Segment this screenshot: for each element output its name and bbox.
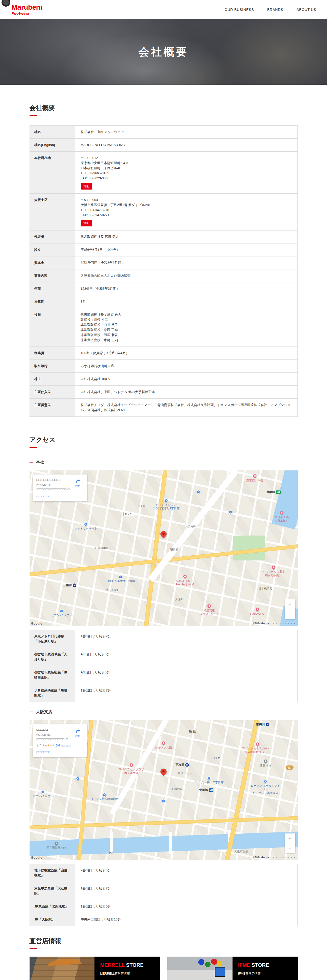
google-map-honsha[interactable]: 東京東日本橋馬喰町JRセブン-イレブン 千代田岩本町2丁目店2丁目アパホテル 〈… [30,471,298,625]
reviews-count-link[interactable]: 397 □□□□□□ [56,744,71,747]
map-label-text: HAMACHO [250,612,264,615]
table-row-label: 大阪支店 [30,194,75,230]
map-label-poi-pin[interactable] [162,799,166,803]
hotel-pin-icon [255,741,260,746]
m-line-badge: M [73,584,77,587]
map-label-poi[interactable]: セブン-イレブン [32,790,53,798]
map-label-poi-pin[interactable] [229,510,233,514]
map-card-title: □□□□□ [37,728,72,732]
nav-our-business[interactable]: OUR BUSINESS [225,8,254,12]
map-label-station[interactable]: 三越前M [63,583,77,587]
zoom-out-button[interactable]: − [285,609,295,619]
map-label-poi[interactable]: ファミリーマート [74,522,97,530]
rating-stars-icon: ★★★★★ [42,744,54,747]
nav-about-us[interactable]: ABOUT US [297,8,316,12]
shrine-pin-icon [263,759,268,764]
store-title-brand: MERRELL [100,962,124,968]
station-row: 都営地下鉄新宿線「馬喰横山駅」A3出口より徒歩5分 [30,666,297,684]
store-card-link[interactable]: MERRELL STOREMERRELL直営店情報 [30,956,160,980]
table-row: 年商123億円（令和5年3月期） [30,282,297,295]
map-label-hotel[interactable]: アパホテル 〈日本橋〉 [274,511,289,523]
honsha-stations-table: 東京メトロ日比谷線「小伝馬町駅」1番出口より徒歩2分都営地下鉄浅草線「人形町駅」… [30,630,298,702]
map-label-text: 西梅田 [175,763,184,766]
table-row: 主要仕入先丸紅株式会社、中国、ベトナム 他の大手製靴工場 [30,386,297,399]
museum-pin-icon [54,841,59,846]
map-label-poi-pin[interactable] [76,777,80,781]
map-label-hotel[interactable]: KOKO HOTEL Premier 日本橋 [175,575,195,586]
map-label-station[interactable]: 東梅田M [256,722,270,726]
store-title-brand: IFME [238,962,250,968]
hotel-pin-icon [271,565,276,570]
map-label-shield[interactable]: 423 [286,765,294,770]
store-title-suffix: STORE [250,962,269,968]
expand-map-link[interactable]: □□□□□□□□ [37,495,50,498]
table-row-value-cell: みずほ銀行横山町支店 [75,360,297,372]
map-link-button[interactable]: 地図 [81,220,92,226]
map-copyright[interactable]: ©2024 Google □□□□ □□□□□□□□□□ [253,622,296,625]
map-label-text: 東梅田 [256,723,265,726]
google-map-osaka[interactable]: 梅田東梅田Mファミリーマートヒルトン大阪アパホテル&リゾート〈 大阪梅田駅タワー… [30,720,298,860]
directions-button[interactable]: □□□ [72,478,83,498]
table-row-label: 設立 [30,243,75,256]
directions-button[interactable]: □□□ [72,728,83,754]
map-label-hotel[interactable]: 東京東日本橋 [246,474,263,482]
table-row-label: 決算期 [30,295,75,308]
station-line-label: 京阪中之島線「大江橋駅」 [30,882,75,900]
map-card-rating: 3.7 ★★★★★ 397 □□□□□□ [37,744,72,747]
map-link-button[interactable]: 地図 [81,183,92,189]
logo-text-line1: Marubeni [11,4,42,11]
expand-map-link[interactable]: □□□□□□□□ [37,751,50,754]
map-label-poi[interactable]: ローソン ホテルモントレ ル・フレール大阪店 [249,780,281,795]
map-label-hotel[interactable]: HAMACHO [250,608,264,616]
table-row-label: 主要仕入先 [30,386,75,398]
table-row: 社名(English)MARUBENI FOOTWEAR INC. [30,138,297,152]
table-row-value: みずほ銀行横山町支店 [81,364,292,369]
table-row-value-cell: 株式会社 丸紅フットウェア [75,126,297,138]
table-row-value-cell: 代表取締役社長：髙原 秀人 取締役：川俣 裕二 非常勤取締役：白井 英子 非常勤… [75,309,297,347]
map-card-title: □□□□□□□□□□□ [37,478,72,482]
map-label-shrine[interactable]: 露天神社 [260,759,271,767]
table-row-label: 年商 [30,282,75,295]
map-label-poi-pin[interactable] [196,490,200,494]
map-label-museum[interactable]: 国立国際美術館 [46,842,66,850]
map-label-hotel[interactable]: アパホテル&リゾート〈 大阪梅田駅タワー〉 [242,742,273,754]
map-label-hotel[interactable]: ヒルトン大阪 [155,741,172,749]
marubeni-footwear-logo[interactable]: Marubeni Footwear [11,4,42,15]
nav-brands[interactable]: BRANDS [267,8,283,12]
zoom-in-button[interactable]: + [285,834,295,843]
zoom-out-button[interactable]: − [285,843,295,853]
map-label-poi[interactable]: セブン-イレブン 千代田岩本町2丁目店 [153,499,180,510]
map-label-station[interactable]: 馬喰町JR [266,490,281,494]
store-card-link[interactable]: IFME STOREIFME直営店情報 [167,956,298,980]
map-copyright[interactable]: ©2024 Google □□□□ □□□□□□□□□□ [253,856,296,859]
hotel-pin-icon [129,762,134,767]
map-label-poi[interactable]: セブン-イレブン [51,609,72,617]
directions-icon [75,478,81,484]
station-line-label: ＪＲ総武快速線「馬喰町駅」 [30,684,75,702]
map-label-poi[interactable]: ローソン 梅田二丁目店 [195,776,223,784]
table-row-value: 株式会社 丸紅フットウェア [81,129,292,135]
map-label-hotel[interactable]: 銀座花蓮 (GINZA KAREN) [199,604,219,616]
map-label-text: 堀留町 [170,548,179,551]
map-label-station[interactable]: 北新地JR [199,788,214,792]
map-label-plain: 日本橋本町 [95,546,109,550]
zoom-in-button[interactable]: + [285,600,295,609]
station-walk-value: 1番出口より徒歩2分 [81,634,292,639]
table-row: 従業員186名（役員除く / 令和6年4月） [30,347,297,360]
store-card-subtitle: MERRELL直営店情報 [100,972,154,976]
map-label-hotel[interactable]: ANAクラウンプラザ ホテル大阪 [118,763,144,775]
table-row: 主要得意先株式会社チヨダ、株式会社エービーシー・マート、青山商事株式会社、株式会… [30,399,297,417]
map-label-poi[interactable]: TOHOシネマズ 日本橋 [106,575,135,583]
store-photo-merrell [30,956,95,980]
map-label-station[interactable]: 西梅田M [175,763,189,767]
google-logo: Google [31,622,42,625]
station-walk-value: 7番出口より徒歩5分 [81,868,292,873]
station-line-label: JR東西線「北新地駅」 [30,900,75,913]
map-label-hotel[interactable]: アパホテル〈日本 橋浜町駅南〉 [262,566,285,577]
map-label-text: 人形町 [175,598,184,601]
map-label-plain: 日本橋浜町 [258,586,273,590]
honsha-subheading-label: 本社 [36,460,44,465]
map-label-poi[interactable]: ローソン曽根崎新地店 [90,793,119,801]
hotel-pin-icon [252,474,257,478]
map-label-text: アパホテル〈日本 橋浜町駅南〉 [262,570,285,577]
